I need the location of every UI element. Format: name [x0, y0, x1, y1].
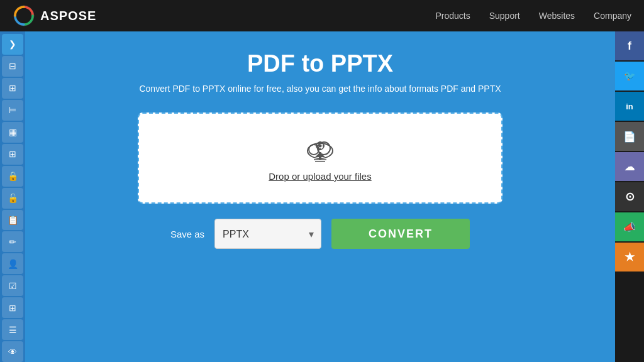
sidebar-lock-btn[interactable]: 🔒	[2, 166, 23, 187]
drop-zone[interactable]: Drop or upload your files	[138, 112, 502, 204]
linkedin-icon: in	[626, 102, 633, 111]
sidebar-btn-5[interactable]: ⊞	[2, 144, 23, 165]
topnav: ASPOSE Products Support Websites Company	[0, 0, 644, 31]
sidebar-pen-btn[interactable]: ✏	[2, 231, 23, 252]
page-subtitle: Convert PDF to PPTX online for free, als…	[139, 84, 501, 94]
cloud-icon: ☁	[625, 161, 635, 173]
upload-cloud-icon	[301, 134, 339, 166]
pdf-icon: 📄	[623, 131, 636, 143]
twitter-button[interactable]: 🐦	[615, 62, 644, 90]
sidebar-btn-2[interactable]: ⊞	[2, 78, 23, 99]
format-select-wrapper: PPTX PDF DOC DOCX XLS XLSX PNG JPG	[214, 219, 321, 249]
sidebar-unlock-btn[interactable]: 🔓	[2, 188, 23, 209]
nav-links: Products Support Websites Company	[435, 11, 631, 21]
sidebar-arrow-btn[interactable]: ❯	[2, 34, 23, 55]
facebook-icon: f	[628, 40, 631, 53]
sidebar-clip-btn[interactable]: 📋	[2, 210, 23, 231]
github-button[interactable]: ⊙	[615, 182, 644, 211]
sidebar-check-btn[interactable]: ☑	[2, 275, 23, 296]
sidebar-btn-4[interactable]: ▦	[2, 122, 23, 143]
logo-icon	[13, 4, 35, 27]
sidebar-list-btn[interactable]: ☰	[2, 319, 23, 340]
star-icon: ★	[625, 250, 635, 264]
main-layout: ❯ ⊟ ⊞ ⊨ ▦ ⊞ 🔒 🔓 📋 ✏ 👤 ☑ ⊞ ☰ 👁 PDF to PPT…	[0, 31, 644, 362]
sidebar-btn-1[interactable]: ⊟	[2, 56, 23, 77]
page-title: PDF to PPTX	[247, 50, 393, 77]
pdf-button[interactable]: 📄	[615, 122, 644, 151]
nav-support[interactable]: Support	[489, 11, 520, 21]
nav-websites[interactable]: Websites	[539, 11, 575, 21]
github-icon: ⊙	[625, 190, 635, 204]
cloud-button[interactable]: ☁	[615, 152, 644, 181]
nav-company[interactable]: Company	[594, 11, 631, 21]
sidebar-user-btn[interactable]: 👤	[2, 253, 23, 274]
megaphone-icon: 📣	[623, 221, 636, 233]
svg-point-0	[14, 6, 34, 26]
save-as-label: Save as	[170, 229, 204, 239]
svg-rect-11	[323, 145, 325, 147]
right-sidebar: f 🐦 in 📄 ☁ ⊙ 📣 ★	[615, 31, 644, 362]
star-button[interactable]: ★	[615, 243, 644, 272]
drop-zone-text: Drop or upload your files	[269, 171, 371, 182]
center-content: PDF to PPTX Convert PDF to PPTX online f…	[25, 31, 615, 362]
megaphone-button[interactable]: 📣	[615, 212, 644, 241]
convert-button[interactable]: CONVERT	[331, 219, 470, 249]
svg-rect-9	[319, 148, 321, 150]
svg-rect-8	[319, 141, 321, 143]
nav-products[interactable]: Products	[435, 11, 470, 21]
sidebar-eye-btn[interactable]: 👁	[2, 341, 23, 362]
svg-point-7	[319, 145, 322, 148]
format-select[interactable]: PPTX PDF DOC DOCX XLS XLSX PNG JPG	[214, 219, 321, 249]
logo-area: ASPOSE	[13, 4, 96, 27]
svg-rect-10	[316, 145, 318, 147]
facebook-button[interactable]: f	[615, 31, 644, 60]
twitter-icon: 🐦	[624, 70, 636, 82]
sidebar-grid-btn[interactable]: ⊞	[2, 297, 23, 318]
left-sidebar: ❯ ⊟ ⊞ ⊨ ▦ ⊞ 🔒 🔓 📋 ✏ 👤 ☑ ⊞ ☰ 👁	[0, 31, 25, 362]
sidebar-btn-3[interactable]: ⊨	[2, 100, 23, 121]
brand-name: ASPOSE	[40, 9, 96, 23]
linkedin-button[interactable]: in	[615, 92, 644, 121]
bottom-controls: Save as PPTX PDF DOC DOCX XLS XLSX PNG J…	[170, 219, 470, 249]
